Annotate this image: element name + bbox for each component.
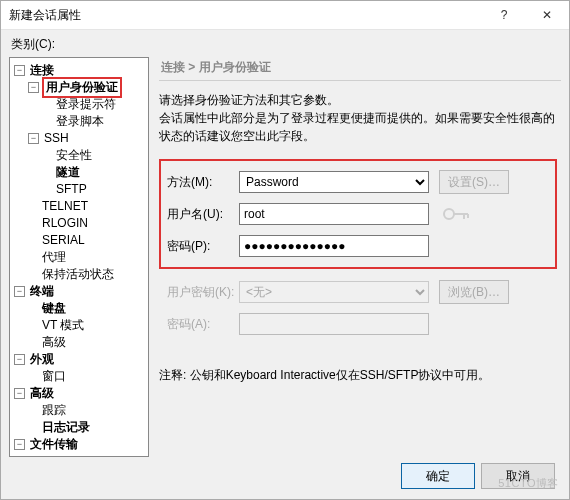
tree-vtmode[interactable]: VT 模式 [40,318,86,332]
tree-file-transfer[interactable]: 文件传输 [28,436,80,453]
auth-fields-highlight: 方法(M): Password 设置(S)… 用户名(U): 密码(P): [159,159,557,269]
tree-security[interactable]: 安全性 [54,148,94,162]
tree-ssh[interactable]: SSH [42,130,71,147]
tree-telnet[interactable]: TELNET [40,199,90,213]
close-button[interactable]: ✕ [524,1,569,29]
tree-login-script[interactable]: 登录脚本 [54,114,106,128]
tree-window[interactable]: 窗口 [40,369,68,383]
window-title: 新建会话属性 [1,1,484,29]
category-label: 类别(C): [1,30,569,57]
right-pane: 连接 > 用户身份验证 请选择身份验证方法和其它参数。 会话属性中此部分是为了登… [149,57,561,457]
collapse-icon[interactable]: − [28,133,39,144]
ok-button[interactable]: 确定 [401,463,475,489]
collapse-icon[interactable]: − [14,286,25,297]
dialog-footer: 确定 取消 [401,463,555,489]
help-button[interactable]: ? [484,1,524,29]
collapse-icon[interactable]: − [14,65,25,76]
category-tree[interactable]: −连接 −用户身份验证 登录提示符 登录脚本 −SSH 安全性 隧道 [9,57,149,457]
tree-sftp[interactable]: SFTP [54,182,89,196]
tree-terminal[interactable]: 终端 [28,283,56,300]
tree-xymodem[interactable]: X/YMODEM [40,454,109,457]
note-text: 注释: 公钥和Keyboard Interactive仅在SSH/SFTP协议中… [159,367,561,384]
collapse-icon[interactable]: − [14,354,25,365]
description-line2: 会话属性中此部分是为了登录过程更便捷而提供的。如果需要安全性很高的状态的话建议您… [159,109,555,145]
collapse-icon[interactable]: − [14,439,25,450]
dialog-window: 新建会话属性 ? ✕ 类别(C): −连接 −用户身份验证 登录提示符 登录脚本 [0,0,570,500]
tree-serial[interactable]: SERIAL [40,233,87,247]
tree-logging[interactable]: 日志记录 [40,420,92,434]
username-input[interactable] [239,203,429,225]
svg-point-0 [444,209,454,219]
tree-keepalive[interactable]: 保持活动状态 [40,267,116,281]
collapse-icon[interactable]: − [28,82,39,93]
auth-fields-disabled: 用户密钥(K): <无> 浏览(B)… 密码(A): [159,269,557,347]
tree-advanced-term[interactable]: 高级 [40,335,68,349]
passphrase-input [239,313,429,335]
tree-rlogin[interactable]: RLOGIN [40,216,90,230]
key-icon [439,201,475,227]
userkey-select: <无> [239,281,429,303]
breadcrumb: 连接 > 用户身份验证 [159,57,561,81]
description: 请选择身份验证方法和其它参数。 会话属性中此部分是为了登录过程更便捷而提供的。如… [159,91,561,145]
title-bar: 新建会话属性 ? ✕ [1,1,569,30]
description-line1: 请选择身份验证方法和其它参数。 [159,91,555,109]
browse-button: 浏览(B)… [439,280,509,304]
tree-tunnel[interactable]: 隧道 [54,165,82,179]
tree-trace[interactable]: 跟踪 [40,403,68,417]
method-label: 方法(M): [167,174,239,191]
tree-appearance[interactable]: 外观 [28,351,56,368]
tree-keyboard[interactable]: 键盘 [40,301,68,315]
password-label: 密码(P): [167,238,239,255]
cancel-button[interactable]: 取消 [481,463,555,489]
collapse-icon[interactable]: − [14,388,25,399]
passphrase-label: 密码(A): [167,316,239,333]
tree-proxy[interactable]: 代理 [40,250,68,264]
username-label: 用户名(U): [167,206,239,223]
password-input[interactable] [239,235,429,257]
tree-login-prompt[interactable]: 登录提示符 [54,97,118,111]
method-select[interactable]: Password [239,171,429,193]
dialog-body: −连接 −用户身份验证 登录提示符 登录脚本 −SSH 安全性 隧道 [1,57,569,457]
tree-advanced[interactable]: 高级 [28,385,56,402]
userkey-label: 用户密钥(K): [167,284,239,301]
tree-auth[interactable]: 用户身份验证 [42,77,122,98]
settings-button: 设置(S)… [439,170,509,194]
